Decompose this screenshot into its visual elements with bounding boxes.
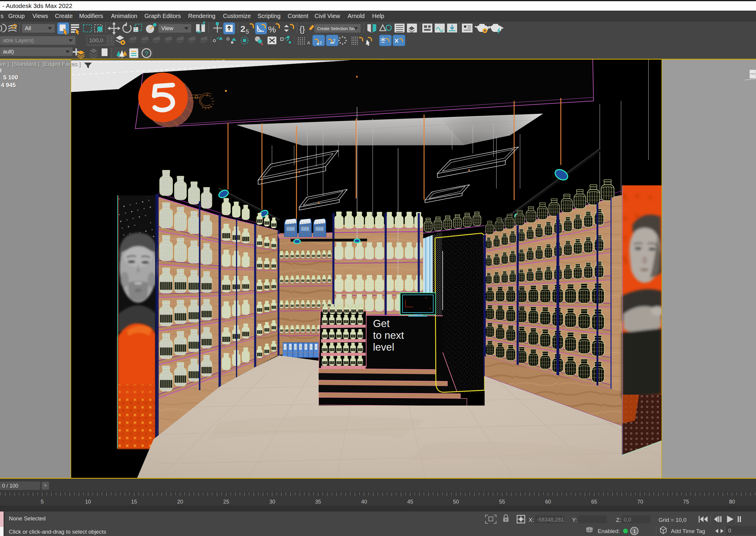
svg-text:Y:: Y: (572, 517, 577, 523)
svg-text:-58348,281: -58348,281 (537, 517, 564, 523)
svg-text:X:: X: (529, 517, 534, 523)
svg-text:1: 1 (633, 529, 636, 534)
svg-text:Z:: Z: (616, 517, 621, 523)
svg-text:0,0: 0,0 (624, 517, 631, 523)
svg-text:Enabled:: Enabled: (598, 528, 620, 534)
svg-text:Add Time Tag: Add Time Tag (671, 528, 705, 534)
svg-text:0: 0 (728, 528, 731, 534)
svg-text:Grid = 10,0: Grid = 10,0 (659, 517, 687, 523)
